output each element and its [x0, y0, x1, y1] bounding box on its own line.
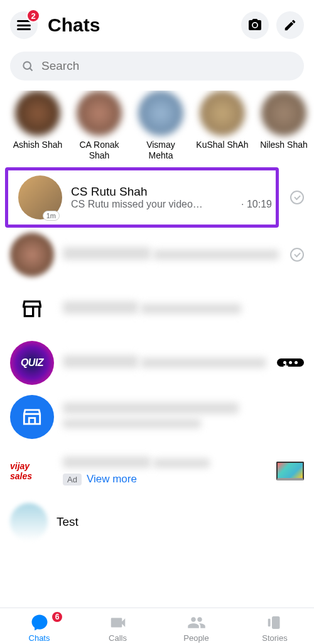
nav-chats[interactable]: Chats 6: [0, 613, 78, 643]
chat-item[interactable]: [0, 282, 314, 336]
nav-label: Chats: [29, 633, 50, 643]
chat-item[interactable]: QUIZ: [0, 336, 277, 390]
ad-label: Ad: [63, 474, 82, 486]
chat-list: 1m CS Rutu Shah CS Rutu missed your vide…: [0, 167, 314, 541]
story-avatar: [200, 91, 245, 136]
menu-notification-badge: 2: [26, 9, 40, 23]
search-icon: [21, 60, 34, 72]
stories-row[interactable]: Ashish Shah CA Ronak Shah Vismay Mehta K…: [0, 91, 314, 167]
story-item[interactable]: Ashish Shah: [10, 91, 65, 161]
video-camera-icon: [109, 613, 127, 632]
chat-avatar: [10, 395, 54, 439]
people-icon: [187, 613, 206, 632]
story-name: Vismay Mehta: [133, 140, 188, 161]
pencil-icon: [283, 18, 297, 32]
page-title: Chats: [48, 14, 234, 36]
delivered-icon: [290, 248, 304, 262]
story-name: Ashish Shah: [13, 140, 63, 150]
chat-time: · 10:19: [241, 199, 272, 210]
redacted-preview: [141, 304, 241, 314]
chat-item-highlighted[interactable]: 1m CS Rutu Shah CS Rutu missed your vide…: [5, 167, 279, 228]
redacted-name: [63, 301, 138, 314]
redacted-name: [63, 402, 239, 414]
chat-bubble-icon: [30, 613, 49, 632]
chat-preview: CS Rutu missed your video…: [71, 199, 237, 210]
chat-avatar: [10, 233, 54, 277]
chat-item[interactable]: Test: [0, 498, 314, 541]
camera-icon: [247, 18, 263, 33]
chat-item-sponsored[interactable]: vijay sales Ad View more: [0, 444, 314, 498]
chat-avatar: 1m: [18, 175, 62, 219]
nav-label: Stories: [262, 633, 287, 643]
svg-rect-2: [268, 619, 270, 627]
game-controller-icon: +: [277, 358, 304, 367]
stories-icon: [266, 613, 284, 632]
chat-item[interactable]: [0, 390, 314, 444]
redacted-name: [63, 247, 151, 260]
nav-people[interactable]: People: [157, 613, 236, 643]
shop-icon: [19, 296, 45, 321]
redacted-name: [63, 457, 151, 468]
story-name: Nilesh Shah: [260, 140, 308, 150]
svg-rect-1: [272, 616, 280, 629]
view-more-link[interactable]: View more: [87, 473, 137, 486]
chat-avatar: [10, 287, 54, 331]
hamburger-icon: [17, 20, 31, 30]
activity-badge: 1m: [43, 211, 60, 221]
chat-avatar: vijay sales: [10, 449, 54, 493]
nav-calls[interactable]: Calls: [78, 613, 157, 643]
nav-stories[interactable]: Stories: [236, 613, 314, 643]
chat-item[interactable]: [0, 228, 290, 282]
chat-avatar: QUIZ: [10, 341, 54, 385]
story-avatar: [15, 91, 60, 136]
story-avatar: [77, 91, 122, 136]
marketplace-icon: [20, 405, 44, 429]
search-input[interactable]: [41, 59, 293, 73]
chat-avatar: [10, 503, 48, 541]
brand-logo: vijay sales: [10, 461, 54, 481]
redacted-preview: [63, 419, 201, 428]
chat-name: CS Rutu Shah: [71, 185, 272, 199]
story-name: CA Ronak Shah: [72, 140, 127, 161]
camera-button[interactable]: [241, 11, 269, 39]
bottom-nav: Chats 6 Calls People Stories: [0, 608, 314, 644]
menu-button[interactable]: 2: [10, 11, 38, 39]
redacted-name: [63, 355, 138, 368]
nav-label: People: [183, 633, 208, 643]
story-item[interactable]: CA Ronak Shah: [72, 91, 127, 161]
nav-label: Calls: [109, 633, 127, 643]
product-thumbnail: [276, 462, 304, 480]
redacted-preview: [153, 250, 279, 260]
search-bar[interactable]: [10, 52, 304, 80]
story-avatar: [261, 91, 306, 136]
story-item[interactable]: Vismay Mehta: [133, 91, 188, 161]
story-avatar: [138, 91, 183, 136]
compose-button[interactable]: [276, 11, 304, 39]
chat-name: Test: [57, 515, 304, 529]
story-item[interactable]: KuShal ShAh: [195, 91, 250, 161]
redacted-preview: [153, 458, 210, 468]
delivered-icon: [290, 191, 304, 204]
redacted-preview: [141, 358, 266, 368]
svg-point-0: [23, 62, 31, 69]
quiz-icon: QUIZ: [21, 357, 43, 369]
nav-badge: 6: [51, 611, 63, 623]
story-name: KuShal ShAh: [196, 140, 248, 150]
story-item[interactable]: Nilesh Shah: [256, 91, 311, 161]
